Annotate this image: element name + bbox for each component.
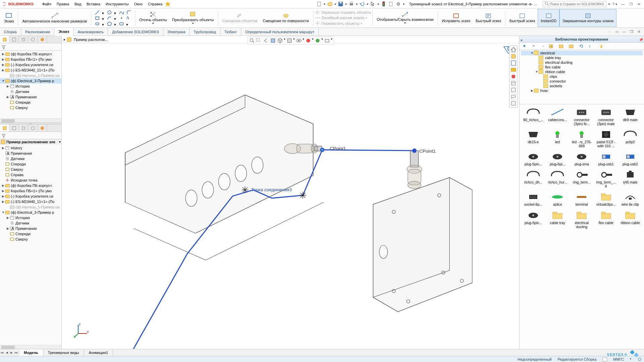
hide-show-icon[interactable]: [296, 38, 302, 44]
lib-item[interactable]: 90_richco_...: [522, 106, 545, 126]
bottom-tab-0[interactable]: Модель: [19, 349, 43, 356]
menu-справка[interactable]: Справка: [145, 2, 165, 6]
tree-row[interactable]: ▶AПримечания: [0, 94, 61, 100]
library-grid[interactable]: 90_richco_...cablecons...connector (3pin…: [522, 106, 642, 229]
point-icon[interactable]: [119, 15, 124, 21]
lib-item[interactable]: plug-usb1: [594, 151, 618, 167]
save-icon[interactable]: [338, 1, 343, 7]
library-icon[interactable]: [510, 60, 516, 66]
bottom-tab-1[interactable]: Трехмерные виды: [43, 349, 84, 356]
doc-minimize-button[interactable]: —: [621, 30, 627, 34]
tree-row[interactable]: Спереди: [0, 161, 61, 167]
spline-icon[interactable]: [119, 10, 124, 15]
circle-icon[interactable]: [107, 10, 112, 15]
restore-button[interactable]: ❐: [628, 2, 634, 6]
print-icon[interactable]: [349, 1, 354, 7]
instant2d-button[interactable]: Instant2D: [538, 9, 559, 27]
line-icon[interactable]: [95, 10, 100, 15]
up-icon[interactable]: ↑: [589, 44, 594, 49]
tree-row[interactable]: Датчики: [0, 220, 61, 226]
tree-row[interactable]: ▶AПримечания: [0, 226, 61, 231]
lib-item[interactable]: wire tie clip: [618, 191, 642, 207]
lib-item[interactable]: connector (3pin) male: [594, 106, 618, 126]
convert-button[interactable]: Преобразовать объекты▾: [169, 9, 216, 27]
lib-item[interactable]: cablecons...: [546, 106, 569, 126]
lib-tree-item[interactable]: clips: [521, 74, 643, 79]
zoom-area-icon[interactable]: [256, 38, 262, 44]
back-icon[interactable]: ◄: [522, 44, 528, 49]
tab-7[interactable]: Тюбинг: [220, 28, 241, 36]
lib-item[interactable]: splice: [546, 191, 569, 207]
tree-row[interactable]: ▼(ф) Electrical_3-Пример р: [0, 78, 61, 84]
view-settings-icon[interactable]: [324, 38, 330, 44]
search-box[interactable]: [543, 1, 606, 7]
view-palette-icon[interactable]: [510, 73, 516, 80]
lib-item[interactable]: db15-e: [522, 128, 545, 149]
rapid-sketch-button[interactable]: Быстрый эскиз: [473, 9, 504, 27]
tree-row[interactable]: Исходная точка: [0, 177, 61, 183]
filter-icon[interactable]: [1, 45, 6, 49]
tree-row[interactable]: Сверху: [0, 237, 61, 242]
show-relations-button[interactable]: Отобразить/Скрыть взаимосвязи▾: [374, 9, 436, 27]
lib-item[interactable]: connector (3pin) fe...: [570, 106, 593, 126]
menu-вставка[interactable]: Вставка: [84, 2, 103, 6]
lib-item[interactable]: db9 male: [618, 106, 642, 126]
lib-item[interactable]: ribbon cable: [618, 209, 642, 229]
lib-item[interactable]: plug-5pin...: [522, 209, 545, 229]
lib-tree-item[interactable]: electrical ducting: [521, 60, 643, 65]
display-tab-2[interactable]: [38, 124, 47, 132]
scene-icon[interactable]: [314, 38, 320, 44]
lib-item[interactable]: virtualclips...: [594, 191, 618, 207]
menu-окно[interactable]: Окно: [131, 2, 145, 6]
forum-icon[interactable]: [510, 94, 516, 100]
lib-item[interactable]: pabst 512f - with 310 ...: [594, 128, 618, 149]
lib-item[interactable]: terminal: [570, 191, 593, 207]
tree-scrollbar[interactable]: [0, 118, 61, 122]
tab-1[interactable]: Расположение: [21, 28, 55, 36]
slot-icon[interactable]: [95, 21, 100, 27]
tree-row[interactable]: ▶Коробка ПБ<1> (По умо: [0, 57, 61, 62]
tree-row[interactable]: ▶Коробка ПБ<1> (По умо: [0, 188, 61, 194]
rapid-sketch-button-2[interactable]: Быстрый эскиз: [507, 9, 538, 27]
forward-icon[interactable]: ►: [532, 44, 538, 49]
lib-item[interactable]: electrical ducting: [570, 209, 593, 229]
feature-tree-top[interactable]: ▶(ф) Коробка ПБ корпус<▶Коробка ПБ<1> (П…: [0, 51, 61, 118]
tree-row[interactable]: ▶(ф) Коробка ПБ корпус<: [0, 51, 61, 57]
bottom-tab-2[interactable]: Анимация1: [84, 349, 113, 356]
tree-row[interactable]: Сверху: [0, 105, 61, 110]
tree-row[interactable]: ▶История: [0, 84, 61, 89]
new-folder-icon[interactable]: [568, 44, 574, 49]
rebuild-icon[interactable]: 🚦: [381, 1, 386, 7]
library-tree[interactable]: ▼electricalcable trayelectrical ductingf…: [519, 50, 644, 104]
add-folder-icon[interactable]: [558, 44, 564, 49]
sketch-button[interactable]: Эскиз: [1, 9, 16, 27]
home-icon[interactable]: [510, 47, 516, 53]
config-icon[interactable]: [599, 44, 604, 49]
tree-row[interactable]: ▶История: [0, 215, 61, 220]
tree-row[interactable]: AПримечания: [0, 151, 61, 156]
pin-icon[interactable]: 📌: [639, 37, 643, 43]
fillet-icon[interactable]: [126, 10, 132, 15]
smart-dimension-button[interactable]: Автоматическое нанесение размеров: [19, 9, 89, 27]
config-tab-2[interactable]: [19, 124, 28, 132]
lib-tree-item[interactable]: ▼ribbon cable: [521, 69, 643, 74]
filter-icon[interactable]: [1, 133, 6, 138]
canvas[interactable]: CPoint1 CPoint1 Точка соединения3 zxy ✕: [62, 43, 519, 349]
text-icon[interactable]: A: [126, 15, 132, 21]
options-gear-icon[interactable]: [396, 1, 401, 7]
doc-restore-button[interactable]: ❐: [629, 30, 635, 34]
doc-close-button[interactable]: ✕: [636, 30, 642, 34]
repair-button[interactable]: Исправить эскиз: [439, 9, 473, 27]
display-tab[interactable]: [38, 36, 47, 43]
tree-row[interactable]: Сверху: [0, 167, 61, 172]
lib-tree-item[interactable]: ▶hvac: [521, 88, 643, 93]
tree-row[interactable]: Спереди: [0, 231, 61, 237]
feature-tree-tab[interactable]: [0, 36, 9, 43]
minimize-button[interactable]: —: [620, 2, 626, 6]
tree-row[interactable]: Справа: [0, 172, 61, 177]
ellipse-icon[interactable]: [119, 21, 124, 27]
select-icon[interactable]: [370, 1, 376, 7]
refresh-icon[interactable]: [579, 44, 584, 49]
tree-row[interactable]: ▶(ф) Коробка ПБ корпус<: [0, 183, 61, 188]
lib-item[interactable]: plug-6pi...: [546, 151, 569, 167]
